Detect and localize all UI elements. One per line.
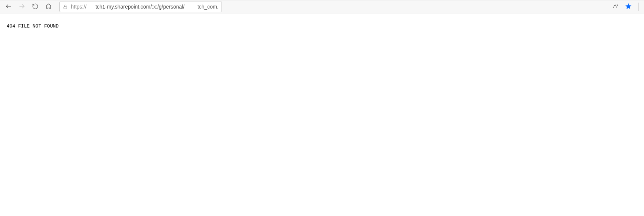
forward-button[interactable] xyxy=(16,1,28,12)
home-button[interactable] xyxy=(42,1,55,12)
svg-marker-4 xyxy=(626,3,631,9)
url-scheme: https:// xyxy=(71,4,86,10)
refresh-icon xyxy=(32,3,39,11)
url-tail: tch_com, xyxy=(197,4,218,10)
browser-toolbar: https:// tch1-my.sharepoint.com/:x:/g/pe… xyxy=(0,0,644,13)
error-message: 404 FILE NOT FOUND xyxy=(7,23,59,29)
read-aloud-button[interactable] xyxy=(609,1,621,12)
arrow-right-icon xyxy=(19,3,25,11)
home-icon xyxy=(45,3,52,11)
arrow-left-icon xyxy=(5,3,12,11)
url-host-path: tch1-my.sharepoint.com/:x:/g/personal/ xyxy=(95,4,184,10)
svg-rect-2 xyxy=(64,6,67,9)
favorites-button[interactable] xyxy=(622,1,635,12)
toolbar-right-controls xyxy=(609,1,642,12)
star-filled-icon xyxy=(625,3,632,11)
read-aloud-icon xyxy=(612,3,618,11)
back-button[interactable] xyxy=(2,1,15,12)
page-body: 404 FILE NOT FOUND xyxy=(0,13,644,29)
lock-icon xyxy=(63,3,68,10)
toolbar-divider xyxy=(638,3,639,11)
refresh-button[interactable] xyxy=(29,1,42,12)
address-bar[interactable]: https:// tch1-my.sharepoint.com/:x:/g/pe… xyxy=(59,1,222,12)
